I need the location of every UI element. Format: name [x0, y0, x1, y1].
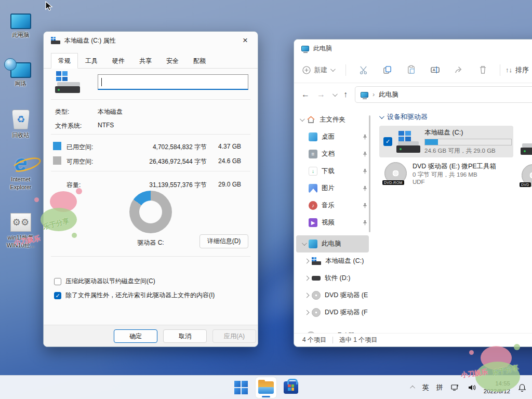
filesystem-label: 文件系统: [55, 122, 82, 130]
tray-chevron-up-icon[interactable] [410, 385, 415, 391]
start-button[interactable] [231, 377, 251, 398]
recycle-bin-icon: ♻ [12, 110, 30, 129]
dvd-rom-badge: DVD-ROM [382, 180, 404, 185]
pin-icon [362, 168, 368, 174]
network-icon[interactable] [450, 383, 460, 392]
sidebar-item-label: DVD 驱动器 (F:) [325, 308, 368, 317]
volume-label-input[interactable] [98, 74, 248, 90]
dvd-icon [312, 291, 321, 300]
sidebar-item-dvd-partial[interactable]: DVD 驱动器 (F:) [294, 327, 371, 333]
address-box[interactable]: › 此电脑 [355, 86, 532, 103]
new-button-label: 新建 [314, 65, 327, 75]
section-header-devices[interactable]: 设备和驱动器 [379, 112, 532, 122]
ime-english-indicator[interactable]: 英 [422, 383, 429, 392]
chevron-down-icon [301, 241, 307, 246]
dialog-footer: 确定 取消 应用(A) [44, 325, 258, 347]
trash-icon [478, 65, 488, 75]
used-space-bytes: 4,702,584,832 字节 [132, 143, 207, 152]
internet-explorer-icon: e [15, 153, 27, 174]
properties-dialog: 本地磁盘 (C:) 属性 × 常规 工具 硬件 共享 安全 配额 类型: 本地磁… [43, 31, 258, 347]
taskbar-file-explorer[interactable] [256, 377, 276, 398]
ok-button[interactable]: 确定 [114, 329, 157, 343]
tab-general[interactable]: 常规 [51, 53, 78, 69]
local-disk-icon [51, 37, 60, 44]
tray-date: 2022/8/12 [484, 388, 510, 395]
divider [51, 99, 250, 100]
desktop-icon-this-pc[interactable]: 此电脑 [2, 5, 39, 39]
cancel-button[interactable]: 取消 [163, 329, 207, 343]
tab-hardware[interactable]: 硬件 [105, 53, 132, 69]
up-button[interactable]: ↑ [343, 90, 348, 99]
close-icon[interactable]: × [234, 33, 257, 48]
tab-tools[interactable]: 工具 [78, 53, 105, 69]
sort-button-label: 排序 [515, 65, 529, 75]
dialog-titlebar[interactable]: 本地磁盘 (C:) 属性 × [44, 32, 258, 49]
desktop-folder-icon [309, 132, 317, 141]
desktop-icon-label: Internet Explorer [2, 176, 39, 191]
status-separator [332, 337, 333, 343]
tab-sharing[interactable]: 共享 [132, 53, 159, 69]
sort-button[interactable]: ↑↓ 排序 [506, 65, 529, 75]
paste-icon [406, 65, 416, 75]
pin-icon [362, 203, 368, 208]
cut-button[interactable] [351, 65, 375, 75]
share-button[interactable] [447, 65, 471, 75]
breadcrumb-this-pc[interactable]: 此电脑 [379, 90, 398, 99]
details-button[interactable]: 详细信息(D) [200, 234, 248, 248]
sidebar-item-dvd-e[interactable]: DVD 驱动器 (E:) [294, 287, 371, 304]
new-button[interactable]: 新建 [302, 65, 334, 75]
taskbar-microsoft-store[interactable] [281, 377, 301, 398]
sidebar-item-this-pc[interactable]: 此电脑 [296, 235, 369, 252]
sidebar-item-desktop[interactable]: 桌面 [294, 128, 371, 145]
sidebar-item-videos[interactable]: ▶ 视频 [294, 214, 371, 231]
paste-button[interactable] [399, 65, 423, 75]
desktop-icon-win11-restore[interactable]: ⚙⚙ win11恢复 WIN10经... [2, 208, 39, 249]
type-value: 本地磁盘 [98, 108, 123, 116]
mouse-cursor [45, 1, 54, 11]
back-button[interactable]: ← [301, 90, 310, 99]
desktop-icon-network[interactable]: 网络 [2, 54, 39, 88]
globe-icon [4, 58, 17, 71]
tab-security[interactable]: 安全 [159, 53, 186, 69]
explorer-toolbar: 新建 A ↑↓ 排序 [294, 57, 532, 83]
sidebar-item-drive-d[interactable]: 软件 (D:) [294, 270, 371, 287]
sidebar-scrollbar[interactable] [369, 115, 370, 232]
delete-button[interactable] [471, 65, 495, 75]
drive-tile-local-disk-c[interactable]: ✓ 本地磁盘 (C:) 24.6 GB 可用，共 29.0 GB [379, 126, 513, 157]
forward-button[interactable]: → [317, 90, 325, 99]
sidebar-item-home[interactable]: 主文件夹 [294, 111, 371, 128]
tab-quota[interactable]: 配额 [186, 53, 213, 69]
apply-button[interactable]: 应用(A) [212, 329, 256, 343]
index-checkbox[interactable]: ✓ [54, 292, 61, 299]
file-explorer-icon [258, 381, 274, 394]
index-checkbox-row[interactable]: ✓ 除了文件属性外，还允许索引此驱动器上文件的内容(I) [54, 291, 215, 300]
chevron-right-icon [304, 310, 309, 315]
this-pc-icon [309, 240, 317, 248]
sidebar-item-downloads[interactable]: ↓ 下载 [294, 163, 371, 180]
free-space-bytes: 26,436,972,544 字节 [132, 157, 207, 166]
sidebar-item-local-disk-c[interactable]: 本地磁盘 (C:) [294, 252, 371, 270]
speaker-icon[interactable] [467, 383, 476, 392]
sidebar-item-pictures[interactable]: 图片 [294, 180, 371, 197]
notification-bell-icon[interactable] [517, 383, 527, 392]
compress-checkbox-row[interactable]: 压缩此驱动器以节约磁盘空间(C) [54, 277, 155, 286]
sidebar-item-label: 图片 [322, 184, 362, 193]
copy-button[interactable] [375, 65, 399, 75]
compress-checkbox[interactable] [54, 278, 61, 285]
recent-locations-chevron[interactable] [332, 91, 338, 97]
desktop-icon-recycle-bin[interactable]: ♻ 回收站 [2, 105, 39, 139]
sidebar-item-label: 视频 [322, 218, 362, 227]
clock[interactable]: 14:55 2022/8/12 [484, 380, 510, 395]
selection-checkbox[interactable]: ✓ [383, 137, 392, 146]
sidebar-item-music[interactable]: ♪ 音乐 [294, 197, 371, 214]
store-icon [284, 381, 298, 394]
sidebar-item-dvd-f[interactable]: DVD 驱动器 (F:) [294, 304, 371, 321]
sidebar-item-label: 下载 [322, 167, 362, 176]
drive-tile-dvd-e[interactable]: DVD-ROM DVD 驱动器 (E:) 微PE工具箱 0 字节 可用，共 19… [379, 159, 513, 188]
sidebar-item-label: DVD 驱动器 (F:) [320, 331, 368, 333]
explorer-titlebar[interactable]: 此电脑 [294, 39, 532, 57]
sidebar-item-documents[interactable]: ≡ 文档 [294, 145, 371, 163]
desktop-icon-internet-explorer[interactable]: e Internet Explorer [2, 150, 39, 191]
rename-button[interactable]: A [423, 65, 447, 75]
ime-pinyin-indicator[interactable]: 拼 [436, 383, 443, 392]
